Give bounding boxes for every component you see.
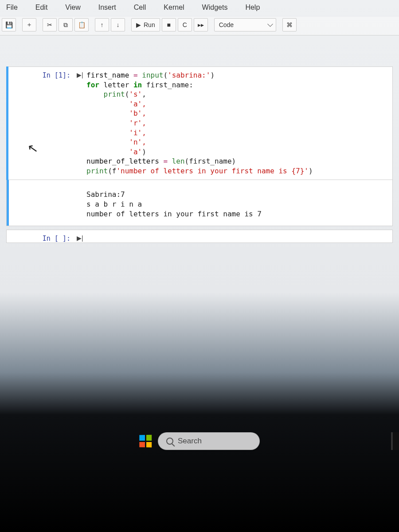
cell-1-code[interactable]: first_name = input('sabrina:') for lette…	[73, 67, 392, 180]
save-button[interactable]: 💾	[2, 18, 16, 31]
move-cell-down-button[interactable]: ↓	[111, 18, 125, 31]
cell-type-select[interactable]: Code	[214, 18, 276, 31]
restart-kernel-button[interactable]: C	[178, 18, 192, 31]
restart-run-all-button[interactable]: ▸▸	[194, 18, 208, 31]
windows-taskbar: Search	[0, 432, 399, 450]
play-icon: ▶	[136, 21, 141, 28]
move-cell-up-button[interactable]: ↑	[95, 18, 109, 31]
insert-cell-below-button[interactable]: ＋	[22, 18, 36, 31]
taskbar-search[interactable]: Search	[158, 432, 260, 450]
cell-2-prompt: In [ ]:	[7, 230, 73, 243]
menu-edit[interactable]: Edit	[33, 3, 51, 12]
cell-1-prompt: In [1]:	[7, 67, 73, 79]
cell-type-selected: Code	[219, 21, 234, 28]
taskbar-search-placeholder: Search	[178, 437, 202, 446]
cut-button[interactable]: ✂	[43, 18, 57, 31]
menu-kernel[interactable]: Kernel	[161, 3, 187, 12]
menu-insert[interactable]: Insert	[96, 3, 119, 12]
windows-start-icon[interactable]	[139, 435, 152, 448]
copy-button[interactable]: ⧉	[59, 18, 73, 31]
notebook-area: In [1]: ▶| first_name = input('sabrina:'…	[0, 35, 399, 243]
cell-1-output-text: Sabrina:7 s a b r i n a number of letter…	[73, 180, 392, 226]
cell-1-output: Sabrina:7 s a b r i n a number of letter…	[6, 180, 393, 226]
menu-help[interactable]: Help	[243, 3, 262, 12]
code-cell-1[interactable]: In [1]: ▶| first_name = input('sabrina:'…	[6, 66, 393, 180]
code-cell-2[interactable]: In [ ]: ▶|	[6, 230, 393, 243]
menu-view[interactable]: View	[63, 3, 83, 12]
toolbar: 💾 ＋ ✂ ⧉ 📋 ↑ ↓ ▶ Run ■ C ▸▸ Code ⌘	[0, 17, 399, 35]
paste-button[interactable]: 📋	[74, 18, 89, 31]
run-button-label: Run	[144, 21, 155, 28]
search-icon	[166, 438, 173, 445]
run-cell-icon[interactable]: ▶|	[77, 71, 83, 78]
taskbar-right-fragment	[391, 432, 399, 450]
menu-widgets[interactable]: Widgets	[200, 3, 231, 12]
menubar: File Edit View Insert Cell Kernel Widget…	[0, 0, 399, 17]
cell-2-code[interactable]	[73, 230, 392, 241]
menu-file[interactable]: File	[4, 3, 20, 12]
command-palette-button[interactable]: ⌘	[282, 18, 297, 31]
run-button[interactable]: ▶ Run	[131, 18, 160, 31]
run-cell-icon[interactable]: ▶|	[77, 235, 83, 242]
interrupt-kernel-button[interactable]: ■	[162, 18, 176, 31]
menu-cell[interactable]: Cell	[131, 3, 149, 12]
